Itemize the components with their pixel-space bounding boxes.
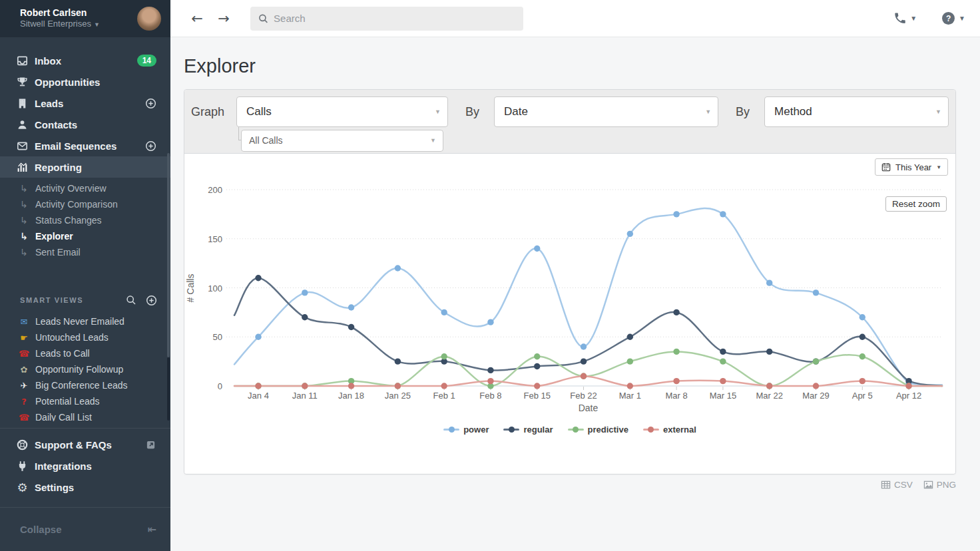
subnav-status-changes[interactable]: ↳Status Changes: [0, 212, 170, 228]
export-png-button[interactable]: PNG: [923, 480, 956, 490]
sidebar-item-inbox[interactable]: Inbox 14: [0, 50, 170, 71]
data-point-power[interactable]: [766, 279, 772, 285]
sidebar-item-integrations[interactable]: Integrations: [0, 455, 170, 476]
sidebar-item-reporting[interactable]: Reporting: [0, 156, 170, 178]
data-point-regular[interactable]: [766, 349, 772, 355]
sidebar-scrollbar-thumb[interactable]: [167, 153, 170, 357]
data-point-predictive[interactable]: [534, 353, 540, 359]
account-switcher[interactable]: Robert Carlsen Sitwell Enterprises▼: [0, 0, 170, 37]
legend-item-power[interactable]: power: [443, 425, 489, 435]
data-point-external[interactable]: [487, 378, 493, 384]
subnav-explorer[interactable]: ↳Explorer: [0, 228, 170, 244]
data-point-external[interactable]: [581, 373, 587, 379]
data-point-predictive[interactable]: [441, 353, 447, 359]
sidebar-item-support[interactable]: Support & FAQs: [0, 434, 170, 455]
smart-view-daily-call-list[interactable]: ☎Daily Call List: [0, 409, 170, 421]
data-point-external[interactable]: [348, 383, 354, 389]
data-point-power[interactable]: [627, 231, 633, 237]
sidebar-item-leads[interactable]: Leads: [0, 92, 170, 114]
sidebar-item-label: Opportunities: [35, 77, 156, 88]
data-point-regular[interactable]: [348, 324, 354, 330]
data-point-regular[interactable]: [720, 349, 726, 355]
subnav-sent-email[interactable]: ↳Sent Email: [0, 244, 170, 260]
data-point-power[interactable]: [720, 211, 726, 217]
sidebar-item-label: Inbox: [35, 55, 137, 67]
smart-view-big-conference-leads[interactable]: ✈Big Conference Leads: [0, 377, 170, 393]
data-point-external[interactable]: [766, 383, 772, 389]
smart-view-potential-leads[interactable]: ?Potential Leads: [0, 393, 170, 409]
data-point-predictive[interactable]: [627, 358, 633, 364]
data-point-power[interactable]: [673, 211, 679, 217]
add-sequence-icon[interactable]: [145, 140, 156, 152]
call-filter-select[interactable]: All Calls▼: [241, 130, 443, 152]
data-point-predictive[interactable]: [859, 353, 865, 359]
data-point-regular[interactable]: [534, 363, 540, 369]
search-input[interactable]: [274, 13, 515, 24]
org-name[interactable]: Sitwell Enterprises▼: [20, 19, 137, 30]
phone-menu[interactable]: ▼: [893, 12, 917, 25]
data-point-external[interactable]: [255, 383, 261, 389]
sidebar-item-opportunities[interactable]: Opportunities: [0, 71, 170, 92]
smart-view-leads-to-call[interactable]: ☎Leads to Call: [0, 345, 170, 361]
sidebar-item-settings[interactable]: ⚙ Settings: [0, 476, 170, 498]
back-button[interactable]: ←: [189, 11, 205, 27]
data-point-external[interactable]: [441, 383, 447, 389]
legend-item-regular[interactable]: regular: [503, 425, 553, 435]
data-point-external[interactable]: [673, 378, 679, 384]
data-point-power[interactable]: [395, 265, 401, 271]
data-point-regular[interactable]: [395, 358, 401, 364]
collapse-button[interactable]: Collapse ⇤: [0, 507, 170, 551]
data-point-external[interactable]: [627, 383, 633, 389]
reset-zoom-button[interactable]: Reset zoom: [885, 196, 947, 212]
avatar[interactable]: [137, 7, 161, 31]
data-point-power[interactable]: [859, 314, 865, 320]
legend-item-external[interactable]: external: [643, 425, 696, 435]
data-point-power[interactable]: [348, 304, 354, 310]
export-csv-button[interactable]: CSV: [881, 480, 913, 490]
smart-view-leads-never-emailed[interactable]: ✉Leads Never Emailed: [0, 313, 170, 329]
data-point-power[interactable]: [487, 319, 493, 325]
data-point-power[interactable]: [534, 246, 540, 252]
group-by-date-select[interactable]: Date▼: [494, 96, 718, 127]
data-point-regular[interactable]: [255, 275, 261, 281]
sidebar-item-email-sequences[interactable]: Email Sequences: [0, 135, 170, 156]
help-menu[interactable]: ? ▼: [942, 12, 965, 25]
data-point-external[interactable]: [859, 378, 865, 384]
data-point-external[interactable]: [302, 383, 308, 389]
data-point-regular[interactable]: [581, 358, 587, 364]
search-icon[interactable]: [126, 295, 136, 305]
add-lead-icon[interactable]: [145, 98, 156, 109]
data-point-external[interactable]: [720, 378, 726, 384]
group-by-method-select[interactable]: Method▼: [764, 96, 949, 127]
data-point-regular[interactable]: [487, 367, 493, 373]
data-point-external[interactable]: [905, 383, 911, 389]
data-point-predictive[interactable]: [673, 349, 679, 355]
data-point-external[interactable]: [395, 383, 401, 389]
data-point-power[interactable]: [581, 343, 587, 349]
smart-view-untouched-leads[interactable]: ☛Untouched Leads: [0, 329, 170, 345]
search-box[interactable]: [250, 7, 523, 31]
data-point-power[interactable]: [255, 334, 261, 340]
date-range-button[interactable]: This Year ▼: [875, 158, 948, 176]
legend-item-predictive[interactable]: predictive: [568, 425, 628, 435]
subnav-activity-overview[interactable]: ↳Activity Overview: [0, 180, 170, 196]
x-tick-label: Mar 1: [619, 391, 641, 401]
data-point-power[interactable]: [302, 289, 308, 295]
forward-button[interactable]: →: [216, 11, 232, 27]
sidebar-item-contacts[interactable]: Contacts: [0, 114, 170, 135]
data-point-predictive[interactable]: [720, 358, 726, 364]
graph-type-select[interactable]: Calls▼: [236, 96, 448, 127]
add-smart-view-icon[interactable]: [146, 295, 156, 305]
smart-view-opportunity-followup[interactable]: ✿Opportunity Followup: [0, 361, 170, 377]
data-point-power[interactable]: [813, 289, 819, 295]
data-point-regular[interactable]: [859, 334, 865, 340]
subnav-activity-comparison[interactable]: ↳Activity Comparison: [0, 196, 170, 212]
data-point-regular[interactable]: [673, 309, 679, 315]
data-point-external[interactable]: [534, 383, 540, 389]
data-point-regular[interactable]: [627, 334, 633, 340]
x-tick-label: Feb 15: [523, 391, 550, 401]
data-point-regular[interactable]: [302, 314, 308, 320]
data-point-power[interactable]: [441, 309, 447, 315]
data-point-external[interactable]: [813, 383, 819, 389]
data-point-predictive[interactable]: [813, 358, 819, 364]
